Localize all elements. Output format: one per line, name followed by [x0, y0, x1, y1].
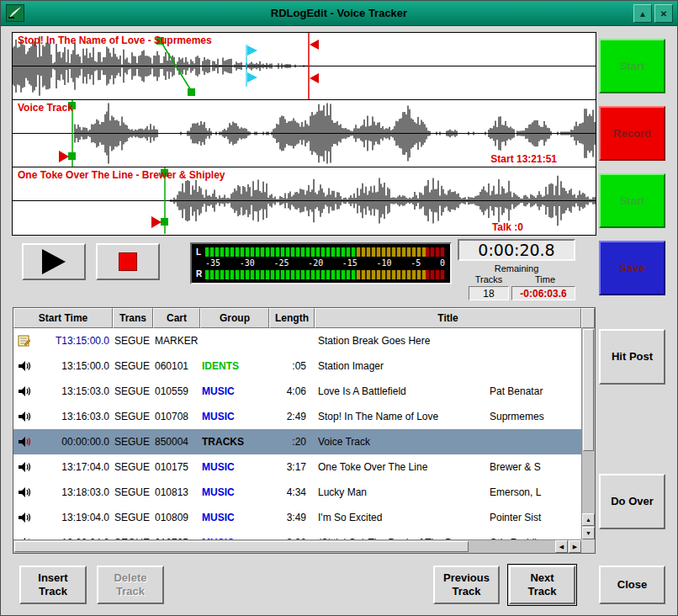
- start-track1-button[interactable]: Start: [599, 39, 665, 93]
- insert-track-button[interactable]: Insert Track: [19, 566, 87, 604]
- track-3-waveform[interactable]: One Toke Over The Line - Brewer & Shiple…: [13, 167, 596, 235]
- cell-artist: Pat Benatar: [490, 379, 543, 404]
- track-2-title: Voice Track: [18, 102, 73, 114]
- cell-trans: SEGUE: [113, 360, 153, 372]
- cell-length: 4:34: [269, 486, 315, 498]
- cell-cart: MARKER: [153, 335, 200, 347]
- speaker-icon: [13, 460, 35, 474]
- speaker-track-icon: [13, 435, 35, 449]
- log-row[interactable]: 13:15:03.0SEGUE010559MUSIC4:06Love Is A …: [13, 379, 581, 404]
- cell-group: MUSIC: [200, 385, 269, 397]
- log-row[interactable]: T13:15:00.0SEGUEMARKERStation Break Goes…: [13, 328, 581, 353]
- talk-marker[interactable]: [151, 216, 162, 228]
- cell-cart: 060101: [153, 360, 200, 372]
- log-row[interactable]: 13:15:00.0SEGUE060101IDENTS:05Station Im…: [13, 353, 581, 379]
- do-over-button[interactable]: Do Over: [599, 474, 665, 529]
- cell-trans: SEGUE: [113, 512, 153, 523]
- previous-track-button[interactable]: Previous Track: [433, 566, 500, 604]
- cell-cart: 850004: [153, 436, 200, 448]
- scroll-left-button[interactable]: ◀: [555, 540, 568, 553]
- playhead-marker[interactable]: [59, 151, 69, 162]
- log-header: Start Time Trans Cart Group Length Title: [13, 308, 595, 328]
- segue-marker-bottom-handle[interactable]: [247, 72, 257, 82]
- cell-title: Voice Track: [315, 429, 581, 454]
- waveform-panel: Stop! In The Name of Love - Suprmemes Vo…: [12, 32, 596, 236]
- cell-group: MUSIC: [200, 411, 269, 422]
- title-bar[interactable]: RDLogEdit - Voice Tracker ▲ ✕: [1, 1, 677, 26]
- cell-trans: SEGUE: [113, 486, 153, 498]
- close-button[interactable]: Close: [599, 566, 665, 604]
- scrollbar-corner: [581, 539, 595, 553]
- log-row[interactable]: 13:20:04.0SEGUE010705MUSIC3:36(Sittin' O…: [13, 530, 581, 539]
- meter-red-zone: [426, 247, 445, 257]
- cell-cart: 010559: [153, 385, 200, 397]
- maximize-button[interactable]: ▲: [633, 4, 652, 23]
- window-title: RDLogEdit - Voice Tracker: [1, 7, 677, 19]
- vertical-scrollbar-thumb[interactable]: [583, 329, 594, 451]
- column-header-group[interactable]: Group: [200, 308, 269, 328]
- horizontal-scrollbar-thumb[interactable]: [14, 541, 469, 552]
- speaker-icon: [13, 359, 35, 373]
- meter-right-bar: [205, 270, 445, 279]
- record-button[interactable]: Record: [599, 106, 665, 161]
- cell-cart: 010708: [153, 411, 200, 422]
- end-marker-top-handle[interactable]: [310, 40, 319, 50]
- cell-start-time: 13:17:04.0: [35, 461, 113, 473]
- meter-scale-label: -25: [273, 258, 289, 269]
- column-header-cap: [581, 308, 595, 328]
- vertical-scrollbar[interactable]: ▲ ▼: [581, 328, 595, 539]
- cell-title: One Toke Over The LineBrewer & S: [315, 454, 581, 480]
- cell-title: Station Break Goes Here: [315, 328, 581, 353]
- log-row[interactable]: 00:00:00.0SEGUE850004TRACKS:20Voice Trac…: [13, 429, 581, 454]
- hit-post-button[interactable]: Hit Post: [599, 329, 665, 385]
- start-track3-button[interactable]: Start: [599, 173, 665, 228]
- cell-trans: SEGUE: [113, 385, 153, 397]
- scroll-up-button[interactable]: ▲: [582, 513, 595, 526]
- cell-artist: Emerson, L: [490, 480, 541, 505]
- save-button[interactable]: Save: [599, 241, 665, 295]
- track-start-bottom-handle[interactable]: [68, 152, 76, 160]
- log-row[interactable]: 13:19:04.0SEGUE010809MUSIC3:49I'm So Exc…: [13, 505, 581, 530]
- remaining-time-value: -0:06:03.6: [511, 286, 575, 300]
- cell-artist: Pointer Sist: [490, 505, 541, 530]
- meter-scale-label: -5: [411, 258, 421, 269]
- column-header-start-time[interactable]: Start Time: [13, 308, 113, 328]
- segue-start-bottom-handle[interactable]: [161, 218, 168, 226]
- column-header-title[interactable]: Title: [315, 308, 581, 328]
- cell-artist: Suprmemes: [490, 404, 544, 429]
- meter-red-zone: [426, 270, 445, 279]
- log-table: Start Time Trans Cart Group Length Title…: [13, 307, 596, 554]
- play-button[interactable]: [22, 243, 86, 280]
- next-track-button[interactable]: Next Track: [509, 566, 575, 604]
- speaker-icon: [13, 410, 35, 423]
- cell-length: 3:17: [269, 461, 315, 473]
- end-marker-bottom-handle[interactable]: [310, 73, 319, 83]
- meter-green-zone: [205, 247, 357, 257]
- track-2-waveform[interactable]: Voice Track Start 13:21:51: [13, 100, 596, 167]
- log-row[interactable]: 13:18:03.0SEGUE010813MUSIC4:34Lucky ManE…: [13, 480, 581, 505]
- fade-out-end-handle[interactable]: [188, 88, 195, 96]
- track-1-waveform[interactable]: Stop! In The Name of Love - Suprmemes: [13, 33, 596, 100]
- scroll-right-button[interactable]: ▶: [569, 540, 581, 553]
- meter-green-zone: [205, 270, 357, 279]
- cell-start-time: 13:15:00.0: [35, 360, 113, 372]
- cell-start-time: 13:15:03.0: [35, 385, 113, 397]
- log-row[interactable]: 13:16:03.0SEGUE010708MUSIC2:49Stop! In T…: [13, 404, 581, 429]
- cell-cart: 010813: [153, 486, 200, 498]
- column-header-trans[interactable]: Trans: [113, 308, 153, 328]
- cell-length: :20: [269, 436, 315, 448]
- column-header-length[interactable]: Length: [269, 308, 315, 328]
- column-header-cart[interactable]: Cart: [153, 308, 200, 328]
- horizontal-scrollbar[interactable]: ◀ ▶: [13, 539, 581, 553]
- delete-track-button[interactable]: Delete Track: [97, 566, 164, 604]
- scroll-down-button[interactable]: ▼: [582, 527, 595, 539]
- stop-button[interactable]: [96, 243, 160, 280]
- meter-left-label: L: [196, 247, 201, 257]
- cell-start-time: 13:16:03.0: [35, 411, 113, 422]
- window-close-button[interactable]: ✕: [654, 4, 673, 23]
- segue-marker-top-handle[interactable]: [247, 45, 257, 56]
- cell-length: 2:49: [269, 411, 315, 422]
- log-row[interactable]: 13:17:04.0SEGUE010175MUSIC3:17One Toke O…: [13, 454, 581, 480]
- cell-group: TRACKS: [200, 436, 269, 448]
- track-3-title: One Toke Over The Line - Brewer & Shiple…: [18, 169, 225, 181]
